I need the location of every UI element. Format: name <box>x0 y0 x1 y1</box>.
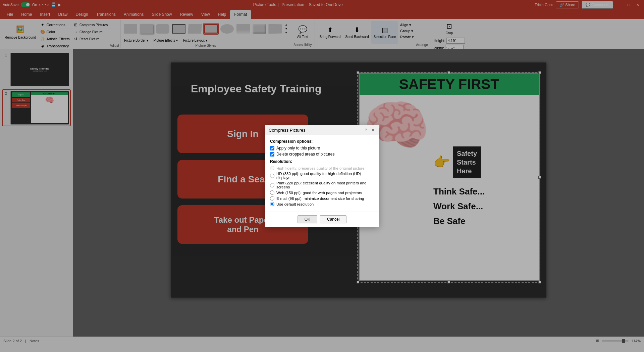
dialog-title-icons: ? ✕ <box>363 127 375 133</box>
dialog-title: Compress Pictures <box>269 128 306 133</box>
delete-cropped-checkbox[interactable]: Delete cropped areas of pictures <box>270 152 374 157</box>
dialog-body: Compression options: Apply only to this … <box>265 135 379 212</box>
resolution-web-label: Web (150 ppi): good for web pages and pr… <box>276 191 362 195</box>
delete-cropped-label: Delete cropped areas of pictures <box>276 152 334 157</box>
dialog-overlay: Compress Pictures ? ✕ Compression option… <box>0 0 644 352</box>
resolution-hd-input[interactable] <box>270 174 274 178</box>
resolution-email-input[interactable] <box>270 196 274 201</box>
delete-cropped-input[interactable] <box>270 152 274 157</box>
resolution-print-input[interactable] <box>270 183 274 187</box>
compress-pictures-dialog: Compress Pictures ? ✕ Compression option… <box>265 125 379 227</box>
compression-options-label: Compression options: <box>270 139 374 144</box>
ok-button[interactable]: OK <box>298 215 317 223</box>
resolution-default[interactable]: Use default resolution <box>270 202 374 206</box>
resolution-hifi[interactable]: High fidelity: preserves quality of the … <box>270 166 374 170</box>
resolution-hd[interactable]: HD (330 ppi): good quality for high-defi… <box>270 172 374 180</box>
resolution-web-input[interactable] <box>270 190 274 195</box>
resolution-hifi-label: High fidelity: preserves quality of the … <box>276 166 365 170</box>
apply-only-checkbox[interactable]: Apply only to this picture <box>270 146 374 150</box>
resolution-web[interactable]: Web (150 ppi): good for web pages and pr… <box>270 190 374 195</box>
resolution-print[interactable]: Print (220 ppi): excellent quality on mo… <box>270 181 374 189</box>
resolution-print-label: Print (220 ppi): excellent quality on mo… <box>276 181 374 189</box>
resolution-label: Resolution: <box>270 159 374 164</box>
resolution-default-label: Use default resolution <box>276 202 314 206</box>
dialog-help-icon[interactable]: ? <box>363 127 369 133</box>
resolution-hd-label: HD (330 ppi): good quality for high-defi… <box>276 172 374 180</box>
apply-only-label: Apply only to this picture <box>276 146 320 150</box>
dialog-close-icon[interactable]: ✕ <box>370 127 375 133</box>
apply-only-input[interactable] <box>270 146 274 150</box>
resolution-hifi-input[interactable] <box>270 166 274 170</box>
resolution-default-input[interactable] <box>270 202 274 206</box>
resolution-email[interactable]: E-mail (96 ppi): minimize document size … <box>270 196 374 201</box>
dialog-footer: OK Cancel <box>265 212 379 227</box>
cancel-button[interactable]: Cancel <box>320 215 346 223</box>
resolution-email-label: E-mail (96 ppi): minimize document size … <box>276 196 364 201</box>
dialog-title-bar: Compress Pictures ? ✕ <box>265 125 379 135</box>
